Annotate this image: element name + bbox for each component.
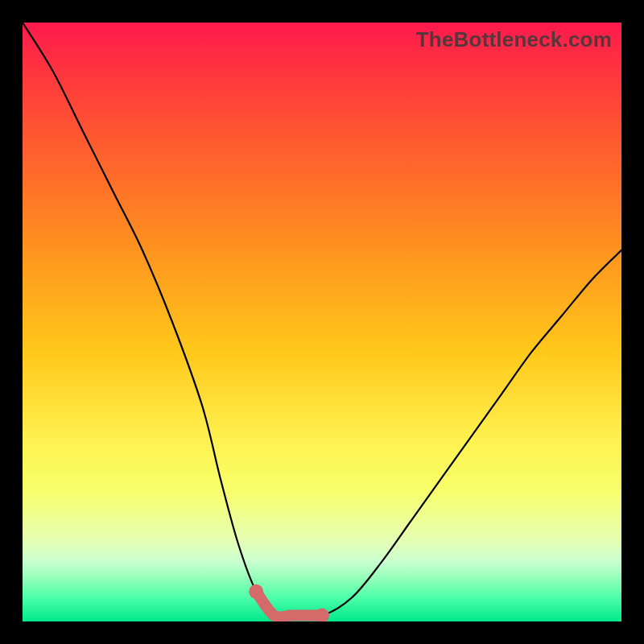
bottleneck-curve-line [23,23,621,617]
curve-svg [23,23,621,621]
plot-area: TheBottleneck.com [23,23,621,621]
valley-start-dot [249,584,263,599]
chart-frame: TheBottleneck.com [0,0,644,644]
valley-highlight-line [256,592,322,617]
